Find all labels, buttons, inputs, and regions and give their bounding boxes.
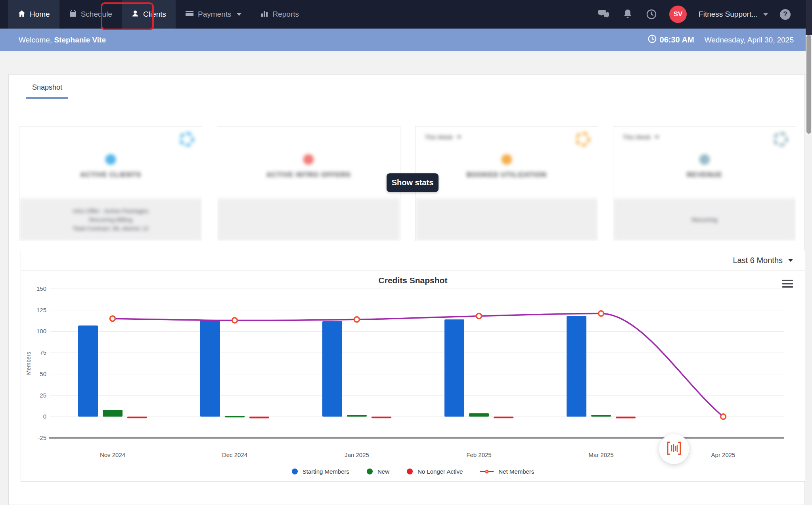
chevron-down-icon <box>763 13 768 16</box>
legend-dot-icon <box>367 469 373 474</box>
stat-ring-icon <box>105 154 116 165</box>
current-date: Wednesday, April 30, 2025 <box>705 36 794 44</box>
legend-dot-icon <box>407 469 413 474</box>
show-stats-button[interactable]: Show stats <box>387 173 439 192</box>
svg-text:Feb 2025: Feb 2025 <box>466 451 491 458</box>
nav-right-group: SV Fitness Support... ? <box>598 0 806 29</box>
legend-label: Starting Members <box>303 468 349 475</box>
account-menu[interactable]: Fitness Support... <box>699 10 768 19</box>
card-content-blurred: ACTIVE CLIENTS Intro Offer - Active Pack… <box>19 127 202 241</box>
legend-item[interactable]: Starting Members <box>292 468 349 475</box>
scrollbar-thumb[interactable] <box>806 35 811 134</box>
bar-chart-icon <box>260 10 268 19</box>
nav-item-label: Schedule <box>81 10 112 19</box>
card-revenue: This Week REVENUE Recurring <box>613 126 796 241</box>
legend-label: Net Members <box>498 468 534 475</box>
svg-text:Mar 2025: Mar 2025 <box>588 451 613 458</box>
period-dropdown[interactable]: This Week <box>425 134 462 140</box>
chevron-down-icon <box>457 136 461 138</box>
legend-item[interactable]: Net Members <box>480 468 534 475</box>
svg-text:Members: Members <box>25 352 32 375</box>
chart-menu-icon[interactable] <box>782 280 793 288</box>
gear-icon[interactable] <box>774 132 788 146</box>
user-name: Stephanie Vite <box>54 36 106 44</box>
credit-card-icon <box>185 10 194 19</box>
card-footer <box>416 198 598 241</box>
svg-text:100: 100 <box>36 328 46 334</box>
bell-icon[interactable] <box>622 8 634 20</box>
card-top: ACTIVE CLIENTS <box>19 127 202 198</box>
avatar[interactable]: SV <box>669 6 687 23</box>
legend-line-marker-icon <box>480 471 494 472</box>
nav-item-schedule[interactable]: Schedule <box>59 0 122 29</box>
help-icon[interactable]: ? <box>780 9 791 20</box>
gear-icon[interactable] <box>180 132 194 146</box>
gear-icon[interactable] <box>576 132 590 146</box>
card-top: This Week REVENUE <box>613 127 796 198</box>
card-footer: Recurring <box>613 198 796 241</box>
legend-label: New <box>377 468 389 475</box>
barcode-launcher-button[interactable] <box>659 434 689 464</box>
stat-ring-icon <box>699 154 710 165</box>
clock-icon[interactable] <box>645 8 657 20</box>
card-booked-utilization: This Week BOOKED UTILIZATION <box>415 126 598 241</box>
svg-text:Jan 2025: Jan 2025 <box>345 451 369 458</box>
svg-text:0: 0 <box>43 413 46 420</box>
legend-item[interactable]: New <box>367 468 389 475</box>
footer-line: Total Contract: 96, Atomic 12 <box>73 225 149 232</box>
stat-ring-icon <box>303 154 314 165</box>
card-content-blurred: This Week REVENUE Recurring <box>613 127 796 241</box>
nav-item-label: Reports <box>272 10 299 19</box>
svg-text:150: 150 <box>36 285 46 292</box>
stat-ring-icon <box>502 154 512 165</box>
footer-line: Intro Offer - Active Packages <box>73 207 149 214</box>
chart-header: Last 6 Months <box>21 250 805 271</box>
calendar-icon <box>69 10 77 19</box>
card-content-blurred: This Week BOOKED UTILIZATION <box>416 127 598 241</box>
svg-text:50: 50 <box>40 371 46 377</box>
credits-snapshot-chart: 1501251007550250-25MembersNov 2024Dec 20… <box>21 271 805 466</box>
legend-dot-icon <box>292 469 298 474</box>
card-active-intro-offers: ACTIVE INTRO OFFERS <box>217 126 400 241</box>
card-active-clients: ACTIVE CLIENTS Intro Offer - Active Pack… <box>19 126 202 241</box>
chat-icon[interactable] <box>598 8 610 20</box>
card-title: ACTIVE CLIENTS <box>80 171 141 179</box>
card-content-blurred: ACTIVE INTRO OFFERS <box>217 127 400 241</box>
card-footer <box>217 198 400 241</box>
scrollbar-top-segment <box>806 0 812 35</box>
svg-text:125: 125 <box>36 307 46 313</box>
svg-text:25: 25 <box>40 392 46 399</box>
nav-item-payments[interactable]: Payments <box>176 0 251 29</box>
footer-line: Recurring Billing <box>89 216 132 223</box>
legend-item[interactable]: No Longer Active <box>407 468 463 475</box>
chart-title: Credits Snapshot <box>21 276 805 285</box>
nav-item-clients[interactable]: Clients <box>122 0 176 29</box>
welcome-right: 06:30 AM Wednesday, April 30, 2025 <box>648 35 794 45</box>
svg-text:-25: -25 <box>38 434 46 441</box>
period-dropdown[interactable]: This Week <box>623 134 659 140</box>
card-title: ACTIVE INTRO OFFERS <box>266 171 351 179</box>
card-top: ACTIVE INTRO OFFERS <box>217 127 400 198</box>
legend-label: No Longer Active <box>417 468 463 475</box>
barcode-icon <box>666 441 682 457</box>
nav-item-reports[interactable]: Reports <box>251 0 308 29</box>
nav-item-label: Home <box>30 10 50 19</box>
nav-left-group: Home Schedule Clients Payments Reports <box>0 0 308 29</box>
account-name: Fitness Support... <box>699 10 758 19</box>
svg-text:75: 75 <box>40 349 46 356</box>
chevron-down-icon <box>788 259 793 262</box>
card-top: This Week BOOKED UTILIZATION <box>416 127 598 198</box>
home-icon <box>18 10 26 19</box>
card-footer: Intro Offer - Active Packages Recurring … <box>19 198 202 241</box>
person-icon <box>131 10 139 19</box>
nav-item-label: Payments <box>198 10 231 19</box>
range-dropdown[interactable]: Last 6 Months <box>733 256 793 265</box>
chart-legend: Starting MembersNewNo Longer ActiveNet M… <box>21 468 805 475</box>
nav-item-home[interactable]: Home <box>8 0 59 29</box>
tab-snapshot[interactable]: Snapshot <box>26 83 68 99</box>
svg-text:Nov 2024: Nov 2024 <box>100 451 125 458</box>
nav-item-label: Clients <box>143 10 166 19</box>
chevron-down-icon <box>237 13 241 16</box>
current-time: 06:30 AM <box>648 35 694 45</box>
card-title: BOOKED UTILIZATION <box>467 171 547 179</box>
